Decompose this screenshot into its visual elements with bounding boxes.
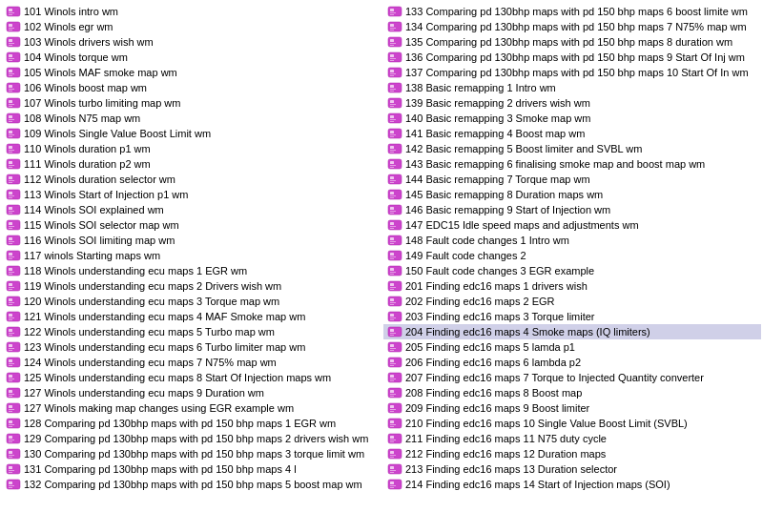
list-item[interactable]: 146 Basic remapping 9 Start of Injection… [383, 202, 761, 217]
list-item[interactable]: 120 Winols understanding ecu maps 3 Torq… [2, 294, 380, 309]
list-item[interactable]: 119 Winols understanding ecu maps 2 Driv… [2, 278, 380, 294]
list-item[interactable]: 134 Comparing pd 130bhp maps with pd 150… [383, 19, 761, 34]
list-item[interactable]: 133 Comparing pd 130bhp maps with pd 150… [383, 4, 761, 19]
item-label: 211 Finding edc16 maps 11 N75 duty cycle [405, 432, 607, 445]
svg-rect-1 [9, 9, 12, 11]
list-item[interactable]: 132 Comparing pd 130bhp maps with pd 150… [2, 477, 380, 492]
list-item[interactable]: 142 Basic remapping 5 Boost limiter and … [383, 141, 761, 156]
list-item[interactable]: 114 Winols SOI explained wm [2, 202, 380, 217]
svg-rect-31 [9, 121, 12, 122]
list-item[interactable]: 150 Fault code changes 3 EGR example [383, 263, 761, 278]
list-item[interactable]: 113 Winols Start of Injection p1 wm [2, 187, 380, 202]
video-icon [387, 372, 402, 383]
list-item[interactable]: 125 Winols understanding ecu maps 8 Star… [2, 370, 380, 385]
list-item[interactable]: 104 Winols torque wm [2, 50, 380, 65]
item-label: 113 Winols Start of Injection p1 wm [24, 188, 188, 201]
svg-rect-65 [9, 253, 12, 256]
svg-rect-121 [9, 466, 12, 469]
svg-rect-85 [9, 329, 12, 332]
list-item[interactable]: 112 Winols duration selector wm [2, 172, 380, 187]
list-item[interactable]: 148 Fault code changes 1 Intro wm [383, 233, 761, 248]
list-item[interactable]: 128 Comparing pd 130bhp maps with pd 150… [2, 416, 380, 431]
svg-rect-50 [9, 195, 14, 196]
list-item[interactable]: 127 Winols understanding ecu maps 9 Dura… [2, 385, 380, 400]
svg-rect-25 [9, 100, 12, 103]
list-item[interactable]: 116 Winols SOI limiting map wm [2, 233, 380, 248]
video-icon [6, 36, 21, 48]
list-item[interactable]: 121 Winols understanding ecu maps 4 MAF … [2, 309, 380, 324]
list-item[interactable]: 135 Comparing pd 130bhp maps with pd 150… [383, 34, 761, 50]
svg-rect-27 [9, 106, 12, 107]
svg-rect-233 [390, 405, 394, 408]
svg-rect-107 [9, 411, 12, 412]
list-item[interactable]: 140 Basic remapping 3 Smoke map wm [383, 111, 761, 126]
svg-rect-166 [390, 150, 396, 151]
item-label: 145 Basic remapping 8 Duration maps wm [405, 188, 603, 201]
svg-rect-205 [390, 298, 394, 301]
list-item[interactable]: 211 Finding edc16 maps 11 N75 duty cycle [383, 431, 761, 446]
list-item[interactable]: 138 Basic remapping 1 Intro wm [383, 80, 761, 95]
svg-rect-243 [390, 441, 394, 442]
svg-rect-82 [9, 317, 14, 318]
list-item[interactable]: 144 Basic remapping 7 Torque map wm [383, 172, 761, 187]
svg-rect-43 [9, 167, 12, 168]
list-item[interactable]: 130 Comparing pd 130bhp maps with pd 150… [2, 446, 380, 461]
list-item[interactable]: 209 Finding edc16 maps 9 Boost limiter [383, 400, 761, 416]
list-item[interactable]: 208 Finding edc16 maps 8 Boost map [383, 385, 761, 400]
svg-rect-155 [390, 106, 394, 107]
list-item[interactable]: 137 Comparing pd 130bhp maps with pd 150… [383, 65, 761, 80]
svg-rect-242 [390, 440, 396, 440]
list-item[interactable]: 110 Winols duration p1 wm [2, 141, 380, 156]
list-item[interactable]: 118 Winols understanding ecu maps 1 EGR … [2, 263, 380, 278]
list-item[interactable]: 145 Basic remapping 8 Duration maps wm [383, 187, 761, 202]
list-item[interactable]: 202 Finding edc16 maps 2 EGR [383, 294, 761, 309]
video-icon [387, 82, 402, 93]
video-icon [6, 219, 21, 231]
list-item[interactable]: 139 Basic remapping 2 drivers wish wm [383, 95, 761, 111]
item-label: 121 Winols understanding ecu maps 4 MAF … [24, 310, 305, 323]
list-item[interactable]: 111 Winols duration p2 wm [2, 156, 380, 172]
list-item[interactable]: 212 Finding edc16 maps 12 Duration maps [383, 446, 761, 461]
svg-rect-19 [9, 75, 12, 76]
list-item[interactable]: 115 Winols SOI selector map wm [2, 217, 380, 233]
item-label: 109 Winols Single Value Boost Limit wm [24, 127, 211, 140]
list-item[interactable]: 106 Winols boost map wm [2, 80, 380, 95]
list-item[interactable]: 205 Finding edc16 maps 5 lamda p1 [383, 339, 761, 355]
svg-rect-77 [9, 298, 12, 301]
svg-rect-149 [390, 85, 394, 88]
list-item[interactable]: 206 Finding edc16 maps 6 lambda p2 [383, 355, 761, 370]
svg-rect-213 [390, 329, 394, 332]
video-icon [387, 280, 402, 292]
list-item[interactable]: 141 Basic remapping 4 Boost map wm [383, 126, 761, 141]
list-item[interactable]: 101 Winols intro wm [2, 4, 380, 19]
list-item[interactable]: 105 Winols MAF smoke map wm [2, 65, 380, 80]
list-item[interactable]: 102 Winols egr wm [2, 19, 380, 34]
svg-rect-207 [390, 304, 394, 305]
list-item[interactable]: 149 Fault code changes 2 [383, 248, 761, 263]
video-icon [6, 67, 21, 78]
list-item[interactable]: 107 Winols turbo limiting map wm [2, 95, 380, 111]
list-item[interactable]: 214 Finding edc16 maps 14 Start of Injec… [383, 477, 761, 492]
list-item[interactable]: 103 Winols drivers wish wm [2, 34, 380, 50]
list-item[interactable]: 201 Finding edc16 maps 1 drivers wish [383, 278, 761, 294]
list-item[interactable]: 108 Winols N75 map wm [2, 111, 380, 126]
list-item[interactable]: 210 Finding edc16 maps 10 Single Value B… [383, 416, 761, 431]
list-item[interactable]: 122 Winols understanding ecu maps 5 Turb… [2, 324, 380, 339]
list-item[interactable]: 147 EDC15 Idle speed maps and adjustment… [383, 217, 761, 233]
list-item[interactable]: 207 Finding edc16 maps 7 Torque to Injec… [383, 370, 761, 385]
list-item[interactable]: 123 Winols understanding ecu maps 6 Turb… [2, 339, 380, 355]
list-item[interactable]: 204 Finding edc16 maps 4 Smoke maps (IQ … [383, 324, 761, 339]
list-item[interactable]: 203 Finding edc16 maps 3 Torque limiter [383, 309, 761, 324]
list-item[interactable]: 129 Comparing pd 130bhp maps with pd 150… [2, 431, 380, 446]
list-item[interactable]: 131 Comparing pd 130bhp maps with pd 150… [2, 461, 380, 477]
list-item[interactable]: 143 Basic remapping 6 finalising smoke m… [383, 156, 761, 172]
list-item[interactable]: 117 winols Starting maps wm [2, 248, 380, 263]
list-item[interactable]: 127 Winols making map changes using EGR … [2, 400, 380, 416]
list-item[interactable]: 213 Finding edc16 maps 13 Duration selec… [383, 461, 761, 477]
list-item[interactable]: 136 Comparing pd 130bhp maps with pd 150… [383, 50, 761, 65]
video-icon [6, 418, 21, 429]
item-label: 143 Basic remapping 6 finalising smoke m… [405, 157, 705, 171]
list-item[interactable]: 124 Winols understanding ecu maps 7 N75%… [2, 355, 380, 370]
video-icon [6, 97, 21, 109]
list-item[interactable]: 109 Winols Single Value Boost Limit wm [2, 126, 380, 141]
